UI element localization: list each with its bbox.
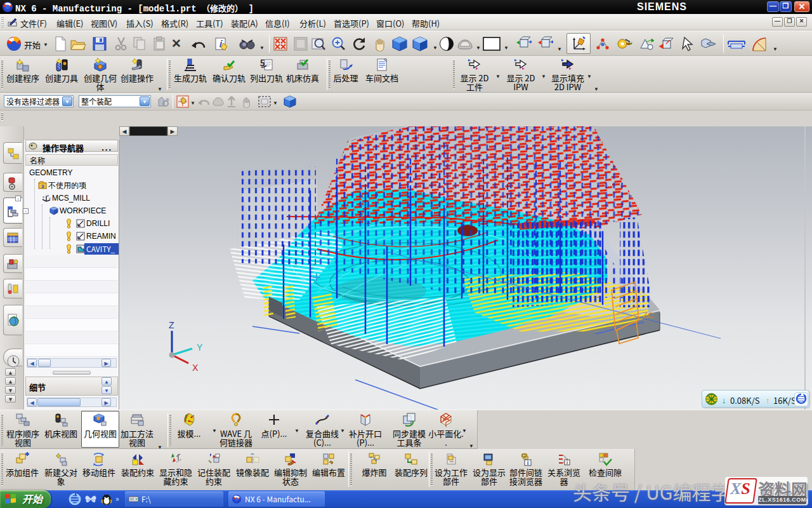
svg-text:Z: Z xyxy=(169,320,174,330)
svg-text:i: i xyxy=(527,459,528,466)
svg-text:i: i xyxy=(566,459,568,465)
svg-text:Y: Y xyxy=(197,342,203,352)
svg-text:3: 3 xyxy=(41,184,44,189)
svg-text:X: X xyxy=(192,363,199,373)
svg-text:ZC: ZC xyxy=(643,311,653,320)
svg-text:x: x xyxy=(43,195,44,199)
svg-text:y: y xyxy=(49,196,51,200)
